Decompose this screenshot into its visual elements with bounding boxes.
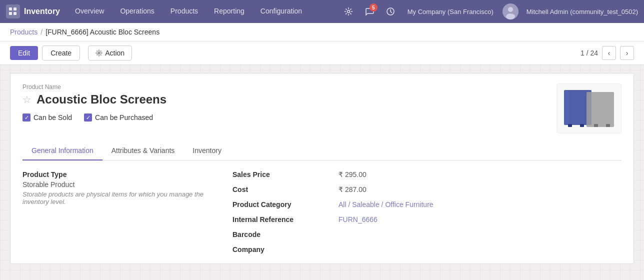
user-name-label: Mitchell Admin (community_test_0502) bbox=[526, 8, 638, 16]
svg-rect-13 bbox=[568, 124, 572, 127]
product-title: Acoustic Bloc Screens bbox=[36, 92, 166, 106]
product-category-value[interactable]: All / Saleable / Office Furniture bbox=[338, 200, 622, 208]
svg-rect-2 bbox=[9, 12, 12, 15]
product-info-grid: Sales Price ₹ 295.00 Cost ₹ 287.00 Produ… bbox=[232, 170, 622, 254]
pagination-text: 1 / 24 bbox=[580, 49, 598, 57]
messages-icon-btn[interactable]: 5 bbox=[362, 4, 378, 20]
nav-operations[interactable]: Operations bbox=[113, 0, 161, 23]
product-type-value: Storable Product bbox=[22, 180, 212, 188]
svg-point-7 bbox=[508, 7, 513, 12]
can-be-purchased-check-icon bbox=[84, 114, 92, 122]
can-be-sold-checkbox[interactable]: Can be Sold bbox=[22, 114, 72, 122]
create-button[interactable]: Create bbox=[42, 46, 80, 60]
svg-point-9 bbox=[98, 52, 100, 54]
breadcrumb: Products / [FURN_6666] Acoustic Bloc Scr… bbox=[0, 23, 644, 42]
app-logo[interactable]: Inventory bbox=[6, 4, 60, 18]
product-category-label: Product Category bbox=[232, 200, 332, 208]
svg-rect-14 bbox=[580, 124, 584, 127]
product-name-label: Product Name bbox=[22, 84, 556, 90]
can-be-purchased-checkbox[interactable]: Can be Purchased bbox=[84, 114, 153, 122]
action-toolbar: Edit Create Action 1 / 24 ‹ › bbox=[0, 42, 644, 65]
top-navigation: Inventory Overview Operations Products R… bbox=[0, 0, 644, 23]
product-image-svg bbox=[559, 86, 619, 131]
svg-rect-0 bbox=[9, 8, 12, 10]
nav-configuration[interactable]: Configuration bbox=[254, 0, 309, 23]
gear-icon bbox=[96, 50, 102, 56]
product-type-description: Storable products are physical items for… bbox=[22, 190, 212, 206]
can-be-sold-label: Can be Sold bbox=[34, 114, 72, 122]
svg-rect-3 bbox=[14, 12, 16, 15]
product-header: Product Name ☆ Acoustic Bloc Screens Can… bbox=[22, 84, 622, 134]
action-button-label: Action bbox=[105, 49, 124, 57]
topnav-right-icons: 5 My Company (San Francisco) Mitchell Ad… bbox=[340, 4, 638, 20]
favorite-star-icon[interactable]: ☆ bbox=[22, 94, 32, 106]
company-label: Company bbox=[232, 246, 332, 254]
action-button[interactable]: Action bbox=[88, 46, 132, 60]
user-avatar[interactable] bbox=[502, 4, 518, 20]
product-title-row: ☆ Acoustic Bloc Screens bbox=[22, 92, 556, 106]
breadcrumb-parent[interactable]: Products bbox=[10, 28, 38, 36]
product-checkboxes: Can be Sold Can be Purchased bbox=[22, 114, 556, 122]
tab-content-general: Product Type Storable Product Storable p… bbox=[22, 170, 622, 254]
messages-badge: 5 bbox=[370, 4, 378, 12]
pagination-next[interactable]: › bbox=[620, 46, 634, 60]
cost-label: Cost bbox=[232, 186, 332, 194]
pagination-prev[interactable]: ‹ bbox=[602, 46, 616, 60]
cost-value: ₹ 287.00 bbox=[338, 186, 622, 194]
svg-rect-16 bbox=[606, 124, 610, 127]
edit-button[interactable]: Edit bbox=[10, 46, 38, 60]
internal-reference-value[interactable]: FURN_6666 bbox=[338, 216, 622, 224]
app-name-label: Inventory bbox=[24, 7, 60, 16]
barcode-label: Barcode bbox=[232, 230, 332, 238]
settings-icon-btn[interactable] bbox=[340, 4, 356, 20]
sales-price-value: ₹ 295.00 bbox=[338, 170, 622, 178]
clock-icon-btn[interactable] bbox=[382, 4, 398, 20]
tab-general-information[interactable]: General Information bbox=[22, 142, 102, 160]
sales-price-label: Sales Price bbox=[232, 170, 332, 178]
svg-rect-12 bbox=[565, 91, 569, 124]
nav-reporting[interactable]: Reporting bbox=[207, 0, 252, 23]
tab-attributes-variants[interactable]: Attributes & Variants bbox=[102, 142, 184, 160]
main-content: Product Name ☆ Acoustic Bloc Screens Can… bbox=[0, 65, 644, 272]
breadcrumb-separator: / bbox=[40, 28, 42, 36]
app-grid-icon bbox=[6, 4, 20, 18]
can-be-sold-check-icon bbox=[22, 114, 30, 122]
product-type-field: Product Type Storable Product Storable p… bbox=[22, 170, 212, 206]
product-tabs: General Information Attributes & Variant… bbox=[22, 142, 622, 160]
product-type-section: Product Type Storable Product Storable p… bbox=[22, 170, 212, 254]
product-image bbox=[556, 84, 622, 134]
svg-rect-11 bbox=[586, 92, 614, 127]
svg-point-8 bbox=[506, 14, 515, 20]
product-info-grid-section: Sales Price ₹ 295.00 Cost ₹ 287.00 Produ… bbox=[232, 170, 622, 254]
nav-overview[interactable]: Overview bbox=[68, 0, 111, 23]
product-type-label: Product Type bbox=[22, 170, 212, 178]
nav-products[interactable]: Products bbox=[164, 0, 205, 23]
pagination-controls: 1 / 24 ‹ › bbox=[580, 46, 634, 60]
svg-rect-15 bbox=[594, 124, 598, 127]
company-name: My Company (San Francisco) bbox=[408, 8, 494, 16]
svg-rect-1 bbox=[14, 8, 16, 10]
product-card: Product Name ☆ Acoustic Bloc Screens Can… bbox=[10, 73, 634, 264]
tab-inventory[interactable]: Inventory bbox=[184, 142, 230, 160]
product-info-left: Product Name ☆ Acoustic Bloc Screens Can… bbox=[22, 84, 556, 122]
internal-reference-label: Internal Reference bbox=[232, 216, 332, 224]
breadcrumb-current: [FURN_6666] Acoustic Bloc Screens bbox=[46, 28, 160, 36]
svg-point-4 bbox=[347, 10, 350, 13]
can-be-purchased-label: Can be Purchased bbox=[95, 114, 153, 122]
